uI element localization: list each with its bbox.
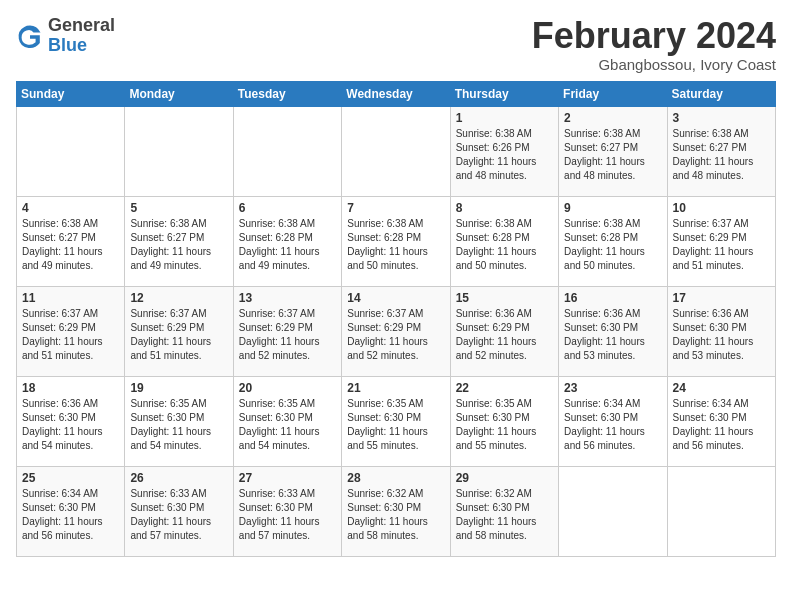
day-number: 14 xyxy=(347,291,444,305)
header: General Blue February 2024 Gbangbossou, … xyxy=(16,16,776,73)
day-info: Sunrise: 6:38 AM Sunset: 6:27 PM Dayligh… xyxy=(22,217,119,273)
day-cell: 5Sunrise: 6:38 AM Sunset: 6:27 PM Daylig… xyxy=(125,196,233,286)
day-number: 28 xyxy=(347,471,444,485)
day-number: 25 xyxy=(22,471,119,485)
day-number: 16 xyxy=(564,291,661,305)
day-cell: 2Sunrise: 6:38 AM Sunset: 6:27 PM Daylig… xyxy=(559,106,667,196)
day-info: Sunrise: 6:34 AM Sunset: 6:30 PM Dayligh… xyxy=(564,397,661,453)
day-info: Sunrise: 6:38 AM Sunset: 6:28 PM Dayligh… xyxy=(239,217,336,273)
header-day-friday: Friday xyxy=(559,81,667,106)
header-day-sunday: Sunday xyxy=(17,81,125,106)
day-cell: 9Sunrise: 6:38 AM Sunset: 6:28 PM Daylig… xyxy=(559,196,667,286)
day-number: 6 xyxy=(239,201,336,215)
day-number: 26 xyxy=(130,471,227,485)
day-cell: 17Sunrise: 6:36 AM Sunset: 6:30 PM Dayli… xyxy=(667,286,775,376)
day-number: 17 xyxy=(673,291,770,305)
day-info: Sunrise: 6:38 AM Sunset: 6:26 PM Dayligh… xyxy=(456,127,553,183)
week-row-5: 25Sunrise: 6:34 AM Sunset: 6:30 PM Dayli… xyxy=(17,466,776,556)
day-info: Sunrise: 6:37 AM Sunset: 6:29 PM Dayligh… xyxy=(673,217,770,273)
location-subtitle: Gbangbossou, Ivory Coast xyxy=(532,56,776,73)
day-cell: 27Sunrise: 6:33 AM Sunset: 6:30 PM Dayli… xyxy=(233,466,341,556)
day-cell: 7Sunrise: 6:38 AM Sunset: 6:28 PM Daylig… xyxy=(342,196,450,286)
day-info: Sunrise: 6:36 AM Sunset: 6:30 PM Dayligh… xyxy=(22,397,119,453)
day-cell: 22Sunrise: 6:35 AM Sunset: 6:30 PM Dayli… xyxy=(450,376,558,466)
day-info: Sunrise: 6:38 AM Sunset: 6:28 PM Dayligh… xyxy=(456,217,553,273)
logo-icon xyxy=(16,22,44,50)
day-info: Sunrise: 6:36 AM Sunset: 6:30 PM Dayligh… xyxy=(673,307,770,363)
day-info: Sunrise: 6:38 AM Sunset: 6:27 PM Dayligh… xyxy=(130,217,227,273)
day-cell: 29Sunrise: 6:32 AM Sunset: 6:30 PM Dayli… xyxy=(450,466,558,556)
week-row-3: 11Sunrise: 6:37 AM Sunset: 6:29 PM Dayli… xyxy=(17,286,776,376)
title-area: February 2024 Gbangbossou, Ivory Coast xyxy=(532,16,776,73)
day-info: Sunrise: 6:37 AM Sunset: 6:29 PM Dayligh… xyxy=(347,307,444,363)
day-cell: 10Sunrise: 6:37 AM Sunset: 6:29 PM Dayli… xyxy=(667,196,775,286)
day-info: Sunrise: 6:38 AM Sunset: 6:27 PM Dayligh… xyxy=(564,127,661,183)
day-cell: 8Sunrise: 6:38 AM Sunset: 6:28 PM Daylig… xyxy=(450,196,558,286)
day-info: Sunrise: 6:34 AM Sunset: 6:30 PM Dayligh… xyxy=(22,487,119,543)
day-info: Sunrise: 6:34 AM Sunset: 6:30 PM Dayligh… xyxy=(673,397,770,453)
day-number: 20 xyxy=(239,381,336,395)
day-cell xyxy=(125,106,233,196)
day-cell: 15Sunrise: 6:36 AM Sunset: 6:29 PM Dayli… xyxy=(450,286,558,376)
day-cell: 12Sunrise: 6:37 AM Sunset: 6:29 PM Dayli… xyxy=(125,286,233,376)
day-number: 23 xyxy=(564,381,661,395)
day-number: 24 xyxy=(673,381,770,395)
day-cell xyxy=(667,466,775,556)
day-number: 8 xyxy=(456,201,553,215)
day-cell: 11Sunrise: 6:37 AM Sunset: 6:29 PM Dayli… xyxy=(17,286,125,376)
day-cell: 23Sunrise: 6:34 AM Sunset: 6:30 PM Dayli… xyxy=(559,376,667,466)
header-day-saturday: Saturday xyxy=(667,81,775,106)
day-cell xyxy=(17,106,125,196)
day-number: 5 xyxy=(130,201,227,215)
day-cell: 14Sunrise: 6:37 AM Sunset: 6:29 PM Dayli… xyxy=(342,286,450,376)
day-number: 12 xyxy=(130,291,227,305)
day-number: 9 xyxy=(564,201,661,215)
day-cell: 6Sunrise: 6:38 AM Sunset: 6:28 PM Daylig… xyxy=(233,196,341,286)
day-cell: 28Sunrise: 6:32 AM Sunset: 6:30 PM Dayli… xyxy=(342,466,450,556)
header-day-thursday: Thursday xyxy=(450,81,558,106)
day-number: 18 xyxy=(22,381,119,395)
day-cell: 19Sunrise: 6:35 AM Sunset: 6:30 PM Dayli… xyxy=(125,376,233,466)
day-info: Sunrise: 6:35 AM Sunset: 6:30 PM Dayligh… xyxy=(130,397,227,453)
day-cell: 13Sunrise: 6:37 AM Sunset: 6:29 PM Dayli… xyxy=(233,286,341,376)
day-info: Sunrise: 6:32 AM Sunset: 6:30 PM Dayligh… xyxy=(456,487,553,543)
day-cell xyxy=(233,106,341,196)
day-number: 1 xyxy=(456,111,553,125)
day-number: 7 xyxy=(347,201,444,215)
day-number: 13 xyxy=(239,291,336,305)
calendar-header: SundayMondayTuesdayWednesdayThursdayFrid… xyxy=(17,81,776,106)
week-row-2: 4Sunrise: 6:38 AM Sunset: 6:27 PM Daylig… xyxy=(17,196,776,286)
day-number: 10 xyxy=(673,201,770,215)
day-number: 11 xyxy=(22,291,119,305)
day-info: Sunrise: 6:33 AM Sunset: 6:30 PM Dayligh… xyxy=(130,487,227,543)
day-number: 4 xyxy=(22,201,119,215)
day-cell: 4Sunrise: 6:38 AM Sunset: 6:27 PM Daylig… xyxy=(17,196,125,286)
logo: General Blue xyxy=(16,16,115,56)
day-cell: 20Sunrise: 6:35 AM Sunset: 6:30 PM Dayli… xyxy=(233,376,341,466)
day-info: Sunrise: 6:38 AM Sunset: 6:28 PM Dayligh… xyxy=(564,217,661,273)
day-number: 19 xyxy=(130,381,227,395)
day-info: Sunrise: 6:36 AM Sunset: 6:29 PM Dayligh… xyxy=(456,307,553,363)
day-number: 27 xyxy=(239,471,336,485)
day-info: Sunrise: 6:36 AM Sunset: 6:30 PM Dayligh… xyxy=(564,307,661,363)
week-row-1: 1Sunrise: 6:38 AM Sunset: 6:26 PM Daylig… xyxy=(17,106,776,196)
day-cell: 1Sunrise: 6:38 AM Sunset: 6:26 PM Daylig… xyxy=(450,106,558,196)
day-cell xyxy=(559,466,667,556)
header-row: SundayMondayTuesdayWednesdayThursdayFrid… xyxy=(17,81,776,106)
header-day-wednesday: Wednesday xyxy=(342,81,450,106)
day-cell: 24Sunrise: 6:34 AM Sunset: 6:30 PM Dayli… xyxy=(667,376,775,466)
day-number: 15 xyxy=(456,291,553,305)
day-cell xyxy=(342,106,450,196)
day-number: 29 xyxy=(456,471,553,485)
day-cell: 26Sunrise: 6:33 AM Sunset: 6:30 PM Dayli… xyxy=(125,466,233,556)
day-cell: 3Sunrise: 6:38 AM Sunset: 6:27 PM Daylig… xyxy=(667,106,775,196)
day-info: Sunrise: 6:37 AM Sunset: 6:29 PM Dayligh… xyxy=(239,307,336,363)
day-info: Sunrise: 6:38 AM Sunset: 6:28 PM Dayligh… xyxy=(347,217,444,273)
day-info: Sunrise: 6:32 AM Sunset: 6:30 PM Dayligh… xyxy=(347,487,444,543)
week-row-4: 18Sunrise: 6:36 AM Sunset: 6:30 PM Dayli… xyxy=(17,376,776,466)
day-info: Sunrise: 6:35 AM Sunset: 6:30 PM Dayligh… xyxy=(456,397,553,453)
calendar-body: 1Sunrise: 6:38 AM Sunset: 6:26 PM Daylig… xyxy=(17,106,776,556)
day-cell: 25Sunrise: 6:34 AM Sunset: 6:30 PM Dayli… xyxy=(17,466,125,556)
day-number: 3 xyxy=(673,111,770,125)
logo-general-text: General xyxy=(48,15,115,35)
